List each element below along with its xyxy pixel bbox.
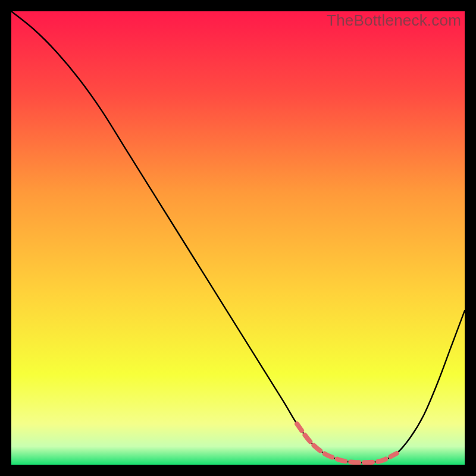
bottleneck-curve bbox=[11, 11, 465, 462]
plot-area: TheBottleneck.com bbox=[11, 11, 465, 465]
chart-frame: TheBottleneck.com bbox=[10, 10, 466, 466]
curve-layer bbox=[11, 11, 465, 465]
